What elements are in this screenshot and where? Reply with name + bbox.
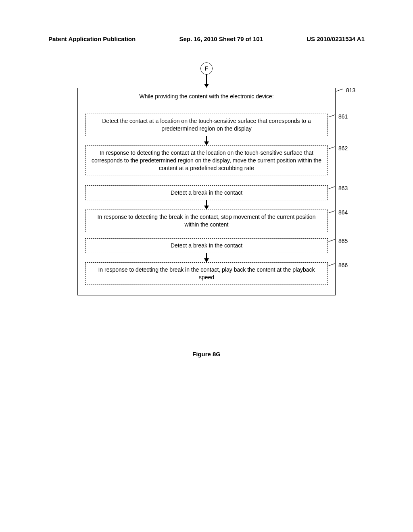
box-864-text: In response to detecting the break in th…: [98, 214, 316, 228]
arrow-863-864: [85, 200, 328, 210]
arrow-865-866: [85, 253, 328, 262]
arrow-connector: [77, 75, 336, 88]
box-861: 861 Detect the contact at a location on …: [85, 114, 328, 136]
header-center: Sep. 16, 2010 Sheet 79 of 101: [179, 35, 263, 42]
box-866: 866 In response to detecting the break i…: [85, 262, 328, 285]
flowchart: F 813 While providing the content with t…: [77, 62, 336, 295]
ref-813: 813: [346, 87, 355, 94]
ref-862: 862: [338, 145, 348, 152]
header-right: US 2010/0231534 A1: [307, 35, 365, 42]
ref-864: 864: [338, 209, 348, 216]
connector-f: F: [200, 62, 213, 75]
box-866-text: In response to detecting the break in th…: [98, 266, 315, 281]
ref-866: 866: [338, 262, 348, 269]
box-861-text: Detect the contact at a location on the …: [102, 118, 311, 132]
box-862-text: In response to detecting the contact at …: [92, 150, 321, 171]
box-863: 863 Detect a break in the contact: [85, 185, 328, 200]
box-865-text: Detect a break in the contact: [171, 242, 242, 249]
ref-861: 861: [338, 113, 348, 121]
page-header: Patent Application Publication Sep. 16, …: [0, 35, 413, 42]
outer-box-title: While providing the content with the ele…: [85, 93, 328, 100]
box-865: 865 Detect a break in the contact: [85, 238, 328, 253]
ref-863: 863: [338, 185, 348, 192]
box-864: 864 In response to detecting the break i…: [85, 210, 328, 232]
ref-865: 865: [338, 237, 348, 245]
connector-label: F: [205, 65, 209, 72]
arrow-861-862: [85, 136, 328, 145]
figure-label: Figure 8G: [0, 351, 413, 357]
outer-box: 813 While providing the content with the…: [77, 88, 336, 295]
header-left: Patent Application Publication: [48, 35, 136, 42]
box-862: 862 In response to detecting the contact…: [85, 145, 328, 176]
box-863-text: Detect a break in the contact: [171, 189, 242, 196]
